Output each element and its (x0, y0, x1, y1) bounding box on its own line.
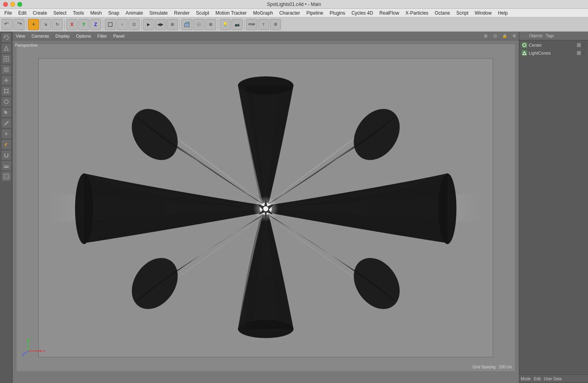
object-mode[interactable] (105, 19, 116, 30)
scene-background: X Y Z Grid Spacing : 100 cm (17, 44, 515, 371)
attr-tab-edit[interactable]: Edit (534, 377, 541, 381)
sidebar-move[interactable] (1, 75, 11, 85)
attr-tab-userdata[interactable]: User Data (544, 377, 562, 381)
render-view[interactable]: ◀▶ (155, 19, 166, 30)
vp-menu-options[interactable]: Options (74, 33, 92, 39)
menu-script[interactable]: Script (454, 9, 471, 17)
menu-plugins[interactable]: Plugins (327, 9, 348, 17)
tags-header[interactable]: Tags (546, 34, 554, 38)
menu-xparticles[interactable]: X-Particles (403, 9, 431, 17)
perspective-view[interactable] (181, 19, 192, 30)
viewport-settings-icon[interactable]: ⚙ (511, 33, 517, 39)
sidebar-display-mode[interactable] (1, 43, 11, 53)
menu-help[interactable]: Help (495, 9, 511, 17)
scene-render-frame (38, 58, 493, 357)
lightcones-object-name: LightCones (529, 51, 575, 55)
axis-z-button[interactable]: Z (90, 19, 101, 30)
toolbar-separator-4 (141, 20, 141, 29)
right-panel-attr-tabs: Mode Edit User Data (519, 374, 588, 383)
settings-button[interactable]: ⚙ (270, 19, 281, 30)
menu-snap[interactable]: Snap (106, 9, 122, 17)
sidebar-knife[interactable] (1, 118, 11, 128)
sidebar-shaded[interactable] (1, 64, 11, 75)
viewport-expand-icon[interactable]: ⊞ (482, 33, 489, 39)
camera-tool[interactable]: 📷 (232, 19, 243, 30)
viewport-lock-icon[interactable]: 🔒 (501, 33, 508, 39)
sidebar-select[interactable] (1, 107, 11, 118)
sidebar-rotate[interactable] (1, 97, 11, 107)
menu-window[interactable]: Window (472, 9, 495, 17)
menu-octane[interactable]: Octane (432, 9, 453, 17)
move-tool[interactable]: ✛ (28, 19, 39, 30)
vp-menu-display[interactable]: Display (54, 33, 71, 39)
axis-y-button[interactable]: Y (78, 19, 89, 30)
objects-header[interactable]: Objects (529, 34, 543, 38)
menu-motion-tracker[interactable]: Motion Tracker (213, 9, 249, 17)
menu-sculpt[interactable]: Sculpt (193, 9, 212, 17)
vp-menu-view[interactable]: View (14, 33, 27, 39)
lightcones-object-icon (522, 50, 527, 56)
sidebar-paint[interactable] (1, 139, 11, 150)
grid-toggle[interactable]: ⊞ (205, 19, 216, 30)
redo-button[interactable] (13, 19, 24, 30)
toolbar-separator-5 (179, 20, 180, 29)
right-panel: ── Objects Tags Center (519, 32, 588, 383)
menu-animate[interactable]: Animate (123, 9, 146, 17)
axis-x-button[interactable]: X (66, 19, 77, 30)
main-layout: S View Cameras Display Options Filter Pa… (0, 32, 588, 383)
scale-tool[interactable]: ⇲ (40, 19, 51, 30)
object-center[interactable]: Center (520, 41, 587, 49)
center-object-name: Center (529, 43, 575, 47)
menu-file[interactable]: File (2, 9, 15, 17)
toolbar-separator-2 (64, 20, 65, 29)
menu-select[interactable]: Select (51, 9, 69, 17)
edge-mode[interactable]: ⊡ (128, 19, 139, 30)
render-region[interactable]: ▶ (143, 19, 154, 30)
render-pic-viewer[interactable]: ⊞ (167, 19, 178, 30)
sidebar-undo[interactable] (1, 32, 11, 43)
svg-rect-14 (4, 165, 9, 166)
menu-simulate[interactable]: Simulate (147, 9, 171, 17)
menu-edit[interactable]: Edit (15, 9, 29, 17)
sidebar-layer[interactable] (1, 161, 11, 171)
menu-cycles[interactable]: Cycles 4D (349, 9, 376, 17)
right-panel-header: ── Objects Tags (519, 32, 588, 40)
menu-realflow[interactable]: RealFlow (377, 9, 402, 17)
window-controls[interactable] (3, 2, 22, 7)
top-view[interactable] (193, 19, 204, 30)
maximize-button[interactable] (17, 2, 22, 7)
vp-menu-cameras[interactable]: Cameras (30, 33, 51, 39)
point-mode[interactable]: ○ (117, 19, 128, 30)
psr-button[interactable]: PSR (246, 19, 257, 30)
menu-mograph[interactable]: MoGraph (251, 9, 276, 17)
menu-mesh[interactable]: Mesh (87, 9, 104, 17)
viewport-canvas[interactable]: Perspective (13, 40, 519, 383)
vp-menu-filter[interactable]: Filter (96, 33, 108, 39)
sidebar-texture[interactable] (1, 171, 11, 182)
svg-text:X: X (43, 349, 45, 353)
center-object-indicators (577, 43, 586, 47)
sidebar-magnet[interactable] (1, 150, 11, 160)
attr-tab-mode[interactable]: Mode (521, 377, 531, 381)
undo-button[interactable] (2, 19, 13, 30)
viewport-camera-icon[interactable]: ⊡ (492, 33, 498, 39)
extra-tool[interactable]: T (258, 19, 269, 30)
minimize-button[interactable] (10, 2, 15, 7)
svg-point-47 (523, 44, 526, 47)
sidebar-scale[interactable] (1, 86, 11, 96)
object-lightcones[interactable]: LightCones (520, 49, 587, 57)
menu-character[interactable]: Character (277, 9, 303, 17)
menu-tools[interactable]: Tools (70, 9, 87, 17)
close-button[interactable] (3, 2, 8, 7)
menu-render[interactable]: Render (172, 9, 192, 17)
rotate-tool[interactable]: ↻ (52, 19, 63, 30)
lightcones-object-indicators (577, 51, 586, 55)
sidebar-wireframe[interactable] (1, 54, 11, 64)
viewport-area: View Cameras Display Options Filter Pane… (13, 32, 519, 383)
svg-rect-11 (5, 89, 8, 93)
menu-pipeline[interactable]: Pipeline (303, 9, 326, 17)
sidebar-spline[interactable]: S (1, 129, 11, 139)
menu-create[interactable]: Create (30, 9, 50, 17)
vp-menu-panel[interactable]: Panel (112, 33, 126, 39)
light-tool[interactable]: 💡 (220, 19, 231, 30)
